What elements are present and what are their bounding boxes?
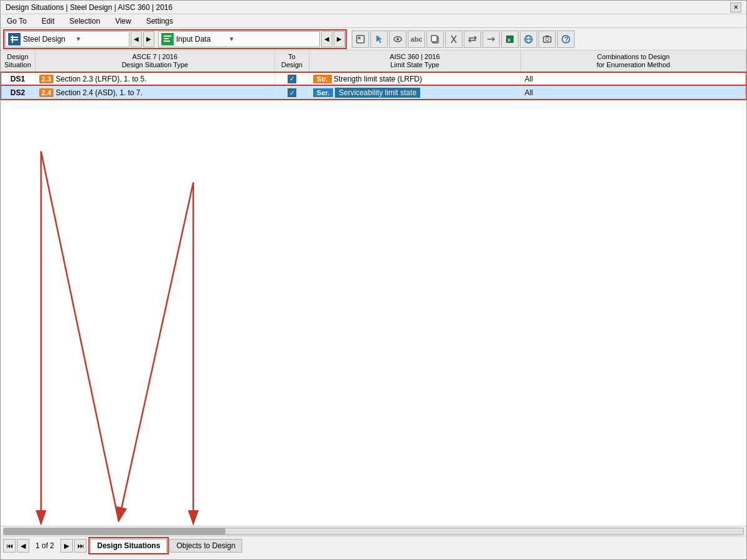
text-tool-btn[interactable]: abc xyxy=(408,30,425,48)
svg-rect-4 xyxy=(164,38,169,39)
menu-settings[interactable]: Settings xyxy=(143,16,177,27)
eye-tool-btn[interactable] xyxy=(389,30,406,48)
exchange-tool-btn[interactable] xyxy=(464,30,481,48)
col-header-asce: ASCE 7 | 2016 Design Situation Type xyxy=(35,50,275,72)
steel-design-nav-left[interactable]: ◀ xyxy=(131,31,142,47)
ds1-badge: 2.3 xyxy=(39,75,54,83)
ds2-description: Section 2.4 (ASD), 1. to 7. xyxy=(55,88,142,97)
ds1-limit-state-cell: Str. Strength limit state (LRFD) xyxy=(309,72,520,86)
ds1-combinations-cell: All xyxy=(520,72,746,86)
photo-tool-btn[interactable] xyxy=(538,30,556,48)
steel-design-label: Steel Design xyxy=(23,35,73,44)
input-data-dropdown[interactable]: Input Data ▼ xyxy=(158,31,320,47)
svg-rect-2 xyxy=(12,35,13,43)
arrows-overlay xyxy=(1,50,746,526)
menu-view[interactable]: View xyxy=(111,16,135,27)
data-table: Design Situation ASCE 7 | 2016 Design Si… xyxy=(1,50,746,100)
toolbar-dropdowns-section: Steel Design ▼ ◀ ▶ Input Data ▼ ◀ ▶ xyxy=(3,29,347,49)
col-header-design-situation: Design Situation xyxy=(1,50,35,72)
ds2-badge: 2.4 xyxy=(39,88,54,97)
tool-buttons: abc X ? xyxy=(352,30,575,48)
svg-rect-11 xyxy=(431,35,437,42)
menu-edit[interactable]: Edit xyxy=(38,16,59,27)
steel-design-icon xyxy=(8,33,21,45)
menu-bar: Go To Edit Selection View Settings xyxy=(1,14,746,28)
ds1-limit-text: Strength limit state (LRFD) xyxy=(334,75,422,83)
close-button[interactable]: ✕ xyxy=(730,2,741,12)
input-data-label: Input Data xyxy=(176,35,226,44)
ds1-description: Section 2.3 (LRFD), 1. to 5. xyxy=(55,75,146,83)
cut-tool-btn[interactable] xyxy=(445,30,463,48)
cursor-tool-btn[interactable] xyxy=(370,30,388,48)
input-data-arrow: ▼ xyxy=(228,35,235,42)
svg-text:?: ? xyxy=(565,36,568,43)
copy-tool-btn[interactable] xyxy=(426,30,444,48)
svg-rect-24 xyxy=(545,35,549,37)
table-header-row: Design Situation ASCE 7 | 2016 Design Si… xyxy=(1,50,746,72)
svg-text:X: X xyxy=(507,37,511,43)
toolbar: Steel Design ▼ ◀ ▶ Input Data ▼ ◀ ▶ xyxy=(1,28,746,50)
svg-rect-3 xyxy=(164,35,171,37)
excel-tool-btn[interactable]: X xyxy=(501,30,519,48)
svg-point-23 xyxy=(546,38,549,41)
input-data-icon xyxy=(161,33,174,45)
table-row-ds2[interactable]: DS2 2.4 Section 2.4 (ASD), 1. to 7. ✓ Se… xyxy=(1,85,746,100)
nav-prev-btn[interactable]: ◀ xyxy=(17,539,29,553)
ds1-id-cell: DS1 xyxy=(1,72,35,86)
svg-rect-0 xyxy=(11,37,18,38)
ds2-description-cell: 2.4 Section 2.4 (ASD), 1. to 7. xyxy=(35,85,275,100)
ds2-to-design-cell[interactable]: ✓ xyxy=(275,85,309,100)
col-header-aisc: AISC 360 | 2016 Limit State Type xyxy=(309,50,520,72)
menu-goto[interactable]: Go To xyxy=(3,16,31,27)
scrollbar-thumb[interactable] xyxy=(4,528,225,534)
col-header-combinations: Combinations to Design for Enumeration M… xyxy=(520,50,746,72)
main-content: Design Situation ASCE 7 | 2016 Design Si… xyxy=(1,50,746,526)
ds1-limit-badge: Str. xyxy=(313,75,332,83)
nav-row: ⏮ ◀ 1 of 2 ▶ ⏭ Design Situations Objects… xyxy=(1,536,746,555)
ds2-limit-text: Serviceability limit state xyxy=(335,88,420,98)
v-arrow-right xyxy=(119,182,194,521)
steel-design-nav-right[interactable]: ▶ xyxy=(143,31,154,47)
ds2-limit-badge: Ser. xyxy=(313,88,333,97)
svg-rect-1 xyxy=(11,39,18,40)
nav-last-btn[interactable]: ⏭ xyxy=(74,539,87,553)
input-data-nav-right[interactable]: ▶ xyxy=(334,31,345,47)
window-title: Design Situations | Steel Design | AISC … xyxy=(6,3,172,12)
scroll-bar-row xyxy=(1,526,746,536)
tab-objects-to-design[interactable]: Objects to Design xyxy=(169,539,242,553)
status-bar: ⏮ ◀ 1 of 2 ▶ ⏭ Design Situations Objects… xyxy=(1,526,746,560)
input-data-nav-left[interactable]: ◀ xyxy=(321,31,332,47)
svg-rect-5 xyxy=(164,40,170,42)
ds2-limit-state-cell: Ser. Serviceability limit state xyxy=(309,85,520,100)
steel-design-dropdown[interactable]: Steel Design ▼ xyxy=(5,31,129,47)
svg-rect-7 xyxy=(358,37,360,39)
ds2-id-cell: DS2 xyxy=(1,85,35,100)
tab-design-situations[interactable]: Design Situations xyxy=(90,539,167,553)
menu-selection[interactable]: Selection xyxy=(66,16,104,27)
col-header-to-design: To Design xyxy=(275,50,309,72)
nav-next-btn[interactable]: ▶ xyxy=(60,539,73,553)
steel-design-arrow: ▼ xyxy=(75,35,82,42)
ds2-combinations-cell: All xyxy=(520,85,746,100)
arrow-tool-btn[interactable] xyxy=(482,30,500,48)
table-row-ds1[interactable]: DS1 2.3 Section 2.3 (LRFD), 1. to 5. ✓ S… xyxy=(1,72,746,86)
nav-first-btn[interactable]: ⏮ xyxy=(3,539,16,553)
select-tool-btn[interactable] xyxy=(352,30,369,48)
help-tool-btn[interactable]: ? xyxy=(557,30,575,48)
main-window: Design Situations | Steel Design | AISC … xyxy=(0,0,747,560)
page-info: 1 of 2 xyxy=(31,540,59,551)
svg-rect-22 xyxy=(543,37,551,42)
ds1-checkbox[interactable]: ✓ xyxy=(288,75,296,83)
ds1-description-cell: 2.3 Section 2.3 (LRFD), 1. to 5. xyxy=(35,72,275,86)
v-arrow-left xyxy=(41,151,119,521)
svg-point-9 xyxy=(397,38,399,40)
web-tool-btn[interactable] xyxy=(520,30,537,48)
title-bar: Design Situations | Steel Design | AISC … xyxy=(1,1,746,14)
ds2-checkbox[interactable]: ✓ xyxy=(288,88,296,97)
ds1-to-design-cell[interactable]: ✓ xyxy=(275,72,309,86)
horizontal-scrollbar[interactable] xyxy=(3,528,744,535)
